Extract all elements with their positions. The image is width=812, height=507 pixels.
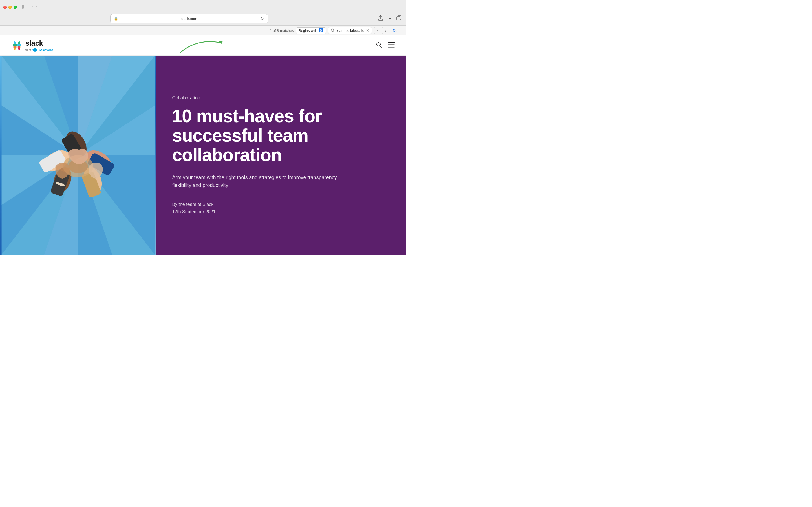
salesforce-tag: from Salesforce — [26, 48, 53, 52]
find-nav-buttons: ‹ › — [374, 27, 389, 34]
svg-rect-21 — [388, 44, 395, 45]
svg-rect-1 — [24, 6, 27, 6]
lock-icon: 🔒 — [114, 17, 118, 20]
begins-with-badge: B — [319, 29, 323, 33]
nav-arrows: ‹ › — [31, 4, 39, 10]
find-search-text[interactable]: team collaboratio — [336, 29, 364, 33]
hero-subtitle: Arm your team with the right tools and s… — [172, 174, 347, 189]
svg-rect-2 — [24, 7, 27, 7]
svg-rect-13 — [17, 46, 21, 48]
address-bar-row: 🔒 slack.com ↻ + — [0, 12, 406, 25]
slack-logo-icon — [11, 40, 22, 51]
reload-button[interactable]: ↻ — [260, 16, 264, 21]
begins-with-label: Begins with — [299, 29, 317, 33]
svg-rect-4 — [397, 17, 400, 20]
hero-content: Collaboration 10 must-haves for successf… — [156, 56, 406, 255]
svg-rect-11 — [17, 44, 21, 46]
sidebar-toggle-button[interactable] — [21, 4, 28, 11]
address-text: slack.com — [120, 17, 258, 21]
hero-title: 10 must-haves for successful team collab… — [172, 107, 390, 165]
svg-point-17 — [34, 48, 36, 50]
slack-logo: slack from Salesforce — [11, 39, 53, 52]
svg-rect-10 — [13, 44, 17, 46]
find-input-wrapper: team collaboratio ✕ — [328, 27, 372, 34]
minimize-button[interactable] — [8, 6, 12, 9]
hamburger-menu-button[interactable] — [388, 42, 395, 49]
find-next-button[interactable]: › — [382, 27, 389, 34]
find-clear-button[interactable]: ✕ — [366, 28, 369, 33]
find-bar: 1 of 8 matches Begins with B team collab… — [0, 25, 406, 35]
browser-chrome: ‹ › 🔒 slack.com ↻ + — [0, 0, 406, 36]
svg-rect-0 — [22, 5, 24, 9]
find-search-icon — [331, 29, 335, 33]
close-button[interactable] — [3, 6, 7, 9]
hero-section: Collaboration 10 must-haves for successf… — [0, 56, 406, 255]
forward-button[interactable]: › — [35, 4, 38, 10]
new-tab-button[interactable]: + — [387, 15, 393, 22]
svg-rect-20 — [388, 42, 395, 43]
toolbar-right: + — [377, 15, 403, 23]
tab-bar: ‹ › — [0, 0, 406, 12]
find-done-button[interactable]: Done — [392, 28, 403, 33]
site-search-button[interactable] — [375, 41, 382, 50]
maximize-button[interactable] — [13, 6, 17, 9]
address-bar[interactable]: 🔒 slack.com ↻ — [110, 14, 268, 23]
svg-rect-22 — [388, 47, 395, 48]
site-nav: slack from Salesforce — [0, 36, 406, 56]
hero-category: Collaboration — [172, 95, 390, 101]
slack-wordmark: slack — [26, 39, 53, 48]
traffic-lights — [3, 6, 17, 9]
begins-with-button[interactable]: Begins with B — [296, 27, 326, 34]
salesforce-logo — [32, 48, 38, 52]
hero-author-line1: By the team at Slack — [172, 201, 390, 208]
hero-author: By the team at Slack 12th September 2021 — [172, 201, 390, 215]
find-matches-text: 1 of 8 matches — [270, 29, 294, 33]
share-button[interactable] — [377, 15, 384, 23]
svg-rect-12 — [13, 46, 17, 48]
nav-right — [375, 41, 395, 50]
find-prev-button[interactable]: ‹ — [374, 27, 382, 34]
slack-logo-text: slack from Salesforce — [26, 39, 53, 52]
windows-button[interactable] — [395, 15, 403, 22]
hero-image — [0, 56, 156, 255]
arrow-decoration — [175, 36, 231, 59]
hero-author-line2: 12th September 2021 — [172, 208, 390, 216]
back-button[interactable]: ‹ — [31, 4, 34, 10]
svg-rect-3 — [24, 8, 27, 8]
